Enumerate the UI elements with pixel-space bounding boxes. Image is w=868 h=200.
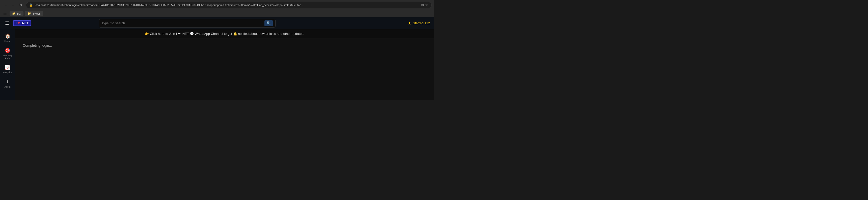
login-status-text: Completing login... [23, 44, 52, 48]
reload-button[interactable]: ↻ [18, 2, 24, 8]
lock-icon: 🔒 [29, 3, 33, 7]
tab-rx-icon: 📁 [12, 12, 16, 15]
hamburger-button[interactable]: ☰ [4, 20, 10, 27]
address-bar-icons: ⧉ ☆ [422, 3, 428, 7]
star-icon: ★ [408, 21, 411, 26]
search-container: 🔍 [99, 19, 276, 28]
main-area: 🏠 Home 🎯 Learning Path 📈 Analytics ℹ Abo… [0, 29, 434, 100]
starred-label: Starred 112 [413, 21, 430, 25]
login-status: Completing login... [15, 38, 434, 53]
learning-path-icon: 🎯 [5, 48, 10, 53]
tab-menu-icon[interactable]: ⊞ [2, 11, 8, 16]
address-text: localhost:7176/authentication/login-call… [35, 3, 420, 6]
tab-rx-label: RX [17, 12, 21, 15]
browser-chrome: ← → ↻ 🔒 localhost:7176/authentication/lo… [0, 0, 434, 10]
banner[interactable]: 👉 Click here to Join I ❤ .NET 💬 WhatsApp… [15, 29, 434, 38]
sidebar-about-label: About [4, 86, 10, 88]
tab-twks-icon: 📁 [28, 12, 31, 15]
sidebar-home-label: Home [4, 40, 10, 43]
search-icon: 🔍 [267, 21, 271, 25]
about-icon: ℹ [6, 79, 8, 85]
picture-in-picture-icon[interactable]: ⧉ [422, 3, 424, 7]
bookmark-icon[interactable]: ☆ [425, 3, 428, 7]
top-nav: ☰ I ❤ .NET 🔍 ★ Starred 112 [0, 17, 434, 29]
tab-rx[interactable]: 📁 RX [9, 11, 24, 16]
search-input[interactable] [102, 21, 262, 25]
banner-text: 👉 Click here to Join I ❤ .NET 💬 WhatsApp… [145, 32, 304, 36]
back-button[interactable]: ← [2, 2, 9, 8]
sidebar: 🏠 Home 🎯 Learning Path 📈 Analytics ℹ Abo… [0, 29, 15, 100]
sidebar-item-analytics[interactable]: 📈 Analytics [0, 63, 14, 76]
address-bar[interactable]: 🔒 localhost:7176/authentication/login-ca… [26, 2, 432, 8]
sidebar-learning-path-label: Learning Path [1, 54, 13, 60]
logo-heart: ❤ [18, 21, 20, 25]
sidebar-item-home[interactable]: 🏠 Home [0, 31, 14, 45]
tab-bar: ⊞ 📁 RX 📁 TWKS [0, 10, 434, 17]
sidebar-item-learning-path[interactable]: 🎯 Learning Path [0, 46, 14, 62]
search-button[interactable]: 🔍 [265, 20, 273, 26]
tab-twks-label: TWKS [33, 12, 41, 15]
app-container: ☰ I ❤ .NET 🔍 ★ Starred 112 🏠 Home 🎯 Lear… [0, 17, 434, 100]
content-area: 👉 Click here to Join I ❤ .NET 💬 WhatsApp… [15, 29, 434, 100]
sidebar-analytics-label: Analytics [3, 71, 12, 74]
logo-badge[interactable]: I ❤ .NET [13, 20, 31, 26]
tab-twks[interactable]: 📁 TWKS [25, 11, 43, 16]
starred-button[interactable]: ★ Starred 112 [408, 21, 430, 26]
forward-button[interactable]: → [10, 2, 17, 8]
home-icon: 🏠 [5, 33, 10, 39]
analytics-icon: 📈 [5, 65, 10, 70]
sidebar-item-about[interactable]: ℹ About [0, 77, 14, 90]
nav-buttons: ← → ↻ [2, 2, 24, 8]
